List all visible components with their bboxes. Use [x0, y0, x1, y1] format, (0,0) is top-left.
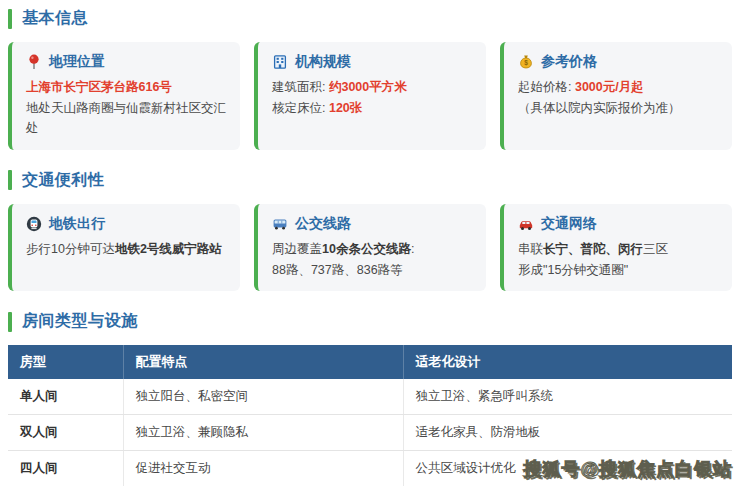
table-row-double: 双人间 独立卫浴、兼顾隐私 适老化家具、防滑地板 — [8, 415, 732, 451]
table-header-row: 房型 配置特点 适老化设计 — [8, 345, 732, 379]
watermark: 搜狐号@搜狐焦点白银站 — [523, 457, 732, 481]
money-bag-icon: $ — [518, 54, 534, 70]
card-metro: 地铁出行 步行10分钟可达地铁2号线威宁路站 — [8, 204, 240, 291]
cell-room-type: 双人间 — [8, 415, 123, 451]
section-title-rooms: 房间类型与设施 — [22, 311, 138, 332]
card-location: 地理位置 上海市长宁区茅台路616号 地处天山路商圈与仙霞新村社区交汇处 — [8, 42, 240, 150]
network-circle: 形成"15分钟交通圈" — [518, 260, 718, 281]
table-header-room-type: 房型 — [8, 345, 123, 379]
approved-beds: 核定床位: 120张 — [272, 98, 472, 119]
section-header-transport: 交通便利性 — [8, 170, 732, 191]
article-content: 基本信息 地理位置 上海市长宁区茅台路616号 地处天山路商圈与仙霞新村社区交汇… — [0, 0, 740, 486]
location-description: 地处天山路商圈与仙霞新村社区交汇处 — [26, 98, 226, 139]
section-accent-bar — [8, 9, 12, 29]
section-header-rooms: 房间类型与设施 — [8, 311, 732, 332]
price-note: （具体以院内实际报价为准） — [518, 98, 718, 119]
table-header-design: 适老化设计 — [403, 345, 732, 379]
cell-room-type: 四人间 — [8, 451, 123, 486]
location-pin-icon — [26, 54, 42, 70]
car-icon — [518, 216, 534, 232]
svg-text:$: $ — [524, 59, 528, 67]
bus-routes: 88路、737路、836路等 — [272, 260, 472, 281]
metro-train-icon — [26, 216, 42, 232]
card-price: $ 参考价格 起始价格: 3000元/月起 （具体以院内实际报价为准） — [500, 42, 732, 150]
cell-features: 独立卫浴、兼顾隐私 — [123, 415, 403, 451]
cell-design: 适老化家具、防滑地板 — [403, 415, 732, 451]
starting-price: 起始价格: 3000元/月起 — [518, 77, 718, 98]
table-row-single: 单人间 独立阳台、私密空间 独立卫浴、紧急呼叫系统 — [8, 379, 732, 415]
section-basic-info: 基本信息 地理位置 上海市长宁区茅台路616号 地处天山路商圈与仙霞新村社区交汇… — [8, 8, 732, 150]
card-scale: 机构规模 建筑面积: 约3000平方米 核定床位: 120张 — [254, 42, 486, 150]
bus-coverage: 周边覆盖10余条公交线路: — [272, 239, 472, 260]
cell-features: 独立阳台、私密空间 — [123, 379, 403, 415]
card-title-price: 参考价格 — [541, 53, 597, 71]
section-header-basic-info: 基本信息 — [8, 8, 732, 29]
cell-design: 独立卫浴、紧急呼叫系统 — [403, 379, 732, 415]
card-network: 交通网络 串联长宁、普陀、闵行三区 形成"15分钟交通圈" — [500, 204, 732, 291]
card-title-bus: 公交线路 — [295, 215, 351, 233]
card-title-metro: 地铁出行 — [49, 215, 105, 233]
cell-features: 促进社交互动 — [123, 451, 403, 486]
basic-info-cards: 地理位置 上海市长宁区茅台路616号 地处天山路商圈与仙霞新村社区交汇处 机构规… — [8, 42, 732, 150]
location-address: 上海市长宁区茅台路616号 — [26, 77, 226, 98]
metro-info: 步行10分钟可达地铁2号线威宁路站 — [26, 239, 226, 260]
card-title-network: 交通网络 — [541, 215, 597, 233]
section-title-basic-info: 基本信息 — [22, 8, 88, 29]
cell-room-type: 单人间 — [8, 379, 123, 415]
section-accent-bar — [8, 170, 12, 190]
network-districts: 串联长宁、普陀、闵行三区 — [518, 239, 718, 260]
card-title-scale: 机构规模 — [295, 53, 351, 71]
card-title-location: 地理位置 — [49, 53, 105, 71]
table-header-features: 配置特点 — [123, 345, 403, 379]
building-icon — [272, 54, 288, 70]
section-transport: 交通便利性 地铁出行 步行10分钟可达地铁2号线威宁路站 — [8, 170, 732, 291]
card-bus: 公交线路 周边覆盖10余条公交线路: 88路、737路、836路等 — [254, 204, 486, 291]
transport-cards: 地铁出行 步行10分钟可达地铁2号线威宁路站 公交线路 周边覆盖10余条公交线路… — [8, 204, 732, 291]
section-accent-bar — [8, 312, 12, 332]
bus-icon — [272, 216, 288, 232]
section-title-transport: 交通便利性 — [22, 170, 105, 191]
building-area: 建筑面积: 约3000平方米 — [272, 77, 472, 98]
